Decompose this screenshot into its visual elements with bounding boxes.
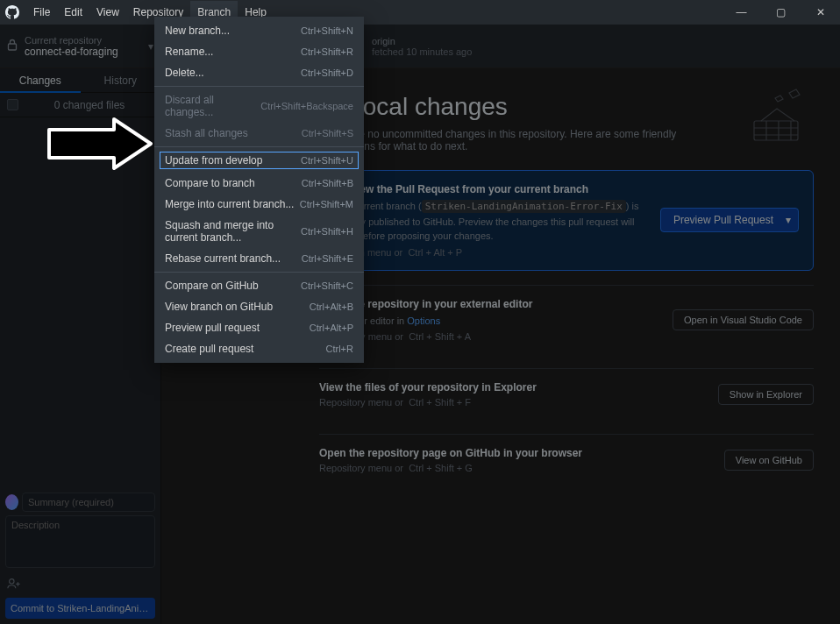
pr-card-desc: The current branch (Striken-LandingAnima… (334, 199, 646, 244)
page-title: No local changes (319, 93, 814, 121)
menu-item-label: Discard all changes... (165, 94, 260, 118)
tab-history[interactable]: History (81, 68, 161, 93)
commit-summary-input[interactable] (22, 493, 155, 512)
branch-menu-create-pull-request[interactable]: Create pull requestCtrl+R (154, 338, 364, 359)
menu-item-shortcut: Ctrl+Shift+H (301, 226, 353, 237)
preview-pr-card: Preview the Pull Request from your curre… (319, 170, 814, 271)
menu-item-shortcut: Ctrl+Shift+R (301, 46, 353, 57)
pr-card-hint: Branch menu or Ctrl + Alt + P (334, 247, 646, 258)
menu-item-shortcut: Ctrl+R (326, 344, 353, 354)
menu-item-label: Stash all changes (165, 127, 302, 139)
github-card: Open the repository page on GitHub in yo… (319, 434, 814, 486)
branch-menu-squash-and-merge-into-current-branch[interactable]: Squash and merge into current branch...C… (154, 215, 364, 248)
commit-form: Commit to Striken-LandingAnimati... (0, 487, 160, 624)
lock-icon (7, 39, 18, 53)
menu-item-shortcut: Ctrl+Shift+E (302, 253, 353, 264)
preview-pr-button[interactable]: Preview Pull Request ▾ (660, 208, 799, 232)
menu-separator (154, 272, 364, 273)
menu-item-shortcut: Ctrl+Shift+D (301, 67, 353, 78)
explorer-card-title: View the files of your repository in Exp… (319, 381, 704, 394)
repo-label: Current repository (25, 35, 148, 46)
branch-menu-discard-all-changes: Discard all changes...Ctrl+Shift+Backspa… (154, 89, 364, 123)
menu-view[interactable]: View (89, 1, 126, 24)
menu-item-label: New branch... (165, 25, 301, 37)
branch-menu-stash-all-changes: Stash all changesCtrl+Shift+S (154, 123, 364, 144)
options-link[interactable]: Options (407, 316, 440, 326)
titlebar: File Edit View Repository Branch Help — … (0, 0, 840, 25)
menu-item-shortcut: Ctrl+Shift+B (302, 178, 353, 188)
svg-point-1 (10, 579, 14, 584)
toolbar: Current repository connect-ed-foraging ▾… (0, 25, 840, 68)
github-logo-icon (5, 5, 19, 19)
repo-selector[interactable]: Current repository connect-ed-foraging ▾ (0, 25, 161, 67)
open-editor-button[interactable]: Open in Visual Studio Code (673, 309, 814, 330)
menu-item-label: Create pull request (165, 343, 326, 355)
tab-changes[interactable]: Changes (0, 68, 81, 93)
minimize-button[interactable]: — (722, 0, 761, 25)
menu-item-shortcut: Ctrl+Shift+M (300, 199, 353, 209)
branch-menu-view-branch-on-github[interactable]: View branch on GitHubCtrl+Alt+B (154, 296, 364, 317)
branch-menu-rename[interactable]: Rename...Ctrl+Shift+R (154, 41, 364, 62)
explorer-card-hint: Repository menu or Ctrl + Shift + F (319, 397, 704, 408)
changed-files-count: 0 changed files (25, 99, 153, 111)
fetch-origin[interactable]: origin fetched 10 minutes ago (372, 36, 472, 57)
show-explorer-button[interactable]: Show in Explorer (718, 384, 814, 405)
branch-menu-compare-on-github[interactable]: Compare on GitHubCtrl+Shift+C (154, 275, 364, 296)
chevron-down-icon: ▾ (786, 214, 791, 226)
open-editor-card: Open the repository in your external edi… (319, 285, 814, 355)
menu-item-shortcut: Ctrl+Alt+B (310, 301, 353, 312)
menu-item-label: Merge into current branch... (165, 198, 300, 210)
select-all-checkbox[interactable] (7, 99, 18, 110)
branch-name-code: Striken-LandingAnimation-Error-Fix (422, 200, 626, 213)
branch-menu-rebase-current-branch[interactable]: Rebase current branch...Ctrl+Shift+E (154, 248, 364, 269)
menu-edit[interactable]: Edit (57, 1, 89, 24)
menu-separator (154, 86, 364, 87)
editor-card-title: Open the repository in your external edi… (319, 298, 658, 310)
menu-item-label: Compare to branch (165, 177, 302, 189)
pr-card-title: Preview the Pull Request from your curre… (334, 183, 646, 195)
window-controls: — ▢ ✕ (722, 0, 840, 25)
origin-subtitle: fetched 10 minutes ago (372, 46, 472, 57)
repo-name: connect-ed-foraging (25, 46, 148, 58)
menu-item-label: View branch on GitHub (165, 301, 310, 313)
branch-menu-merge-into-current-branch[interactable]: Merge into current branch...Ctrl+Shift+M (154, 194, 364, 215)
menu-item-shortcut: Ctrl+Alt+P (310, 323, 353, 333)
menu-item-shortcut: Ctrl+Shift+S (302, 128, 353, 138)
branch-menu-new-branch[interactable]: New branch...Ctrl+Shift+N (154, 20, 364, 41)
page-subtitle: There are no uncommitted changes in this… (319, 128, 687, 152)
empty-illustration-icon (744, 86, 814, 147)
menu-item-label: Update from develop (165, 154, 301, 167)
menu-item-label: Preview pull request (165, 322, 310, 334)
branch-menu-preview-pull-request[interactable]: Preview pull requestCtrl+Alt+P (154, 317, 364, 338)
branch-menu-delete[interactable]: Delete...Ctrl+Shift+D (154, 62, 364, 83)
svg-rect-0 (9, 44, 17, 50)
avatar (5, 494, 18, 510)
commit-button[interactable]: Commit to Striken-LandingAnimati... (5, 598, 155, 619)
view-github-button[interactable]: View on GitHub (724, 450, 814, 471)
menu-item-shortcut: Ctrl+Shift+Backspace (260, 101, 353, 111)
explorer-card: View the files of your repository in Exp… (319, 368, 814, 420)
menu-item-shortcut: Ctrl+Shift+N (301, 25, 353, 36)
add-coauthor-icon[interactable] (7, 578, 155, 592)
menu-file[interactable]: File (26, 1, 57, 24)
changed-files-header: 0 changed files (0, 93, 160, 117)
menu-item-label: Compare on GitHub (165, 280, 301, 292)
commit-description-input[interactable] (5, 515, 155, 568)
github-card-title: Open the repository page on GitHub in yo… (319, 447, 710, 459)
branch-dropdown: New branch...Ctrl+Shift+NRename...Ctrl+S… (154, 17, 364, 363)
menu-item-shortcut: Ctrl+Shift+C (301, 280, 353, 291)
menu-item-shortcut: Ctrl+Shift+U (301, 155, 353, 166)
origin-label: origin (372, 36, 472, 46)
annotation-arrow-icon (42, 117, 156, 173)
maximize-button[interactable]: ▢ (761, 0, 801, 25)
branch-menu-compare-to-branch[interactable]: Compare to branchCtrl+Shift+B (154, 173, 364, 194)
close-button[interactable]: ✕ (801, 0, 840, 25)
chevron-down-icon: ▾ (148, 40, 153, 53)
menu-separator (154, 146, 364, 147)
menu-item-label: Rebase current branch... (165, 252, 302, 265)
branch-menu-update-from-develop[interactable]: Update from developCtrl+Shift+U (158, 150, 360, 171)
editor-card-desc: Select your editor in Options (319, 314, 658, 329)
menu-item-label: Squash and merge into current branch... (165, 219, 301, 244)
editor-card-hint: Repository menu or Ctrl + Shift + A (319, 331, 658, 342)
menu-item-label: Delete... (165, 67, 301, 79)
